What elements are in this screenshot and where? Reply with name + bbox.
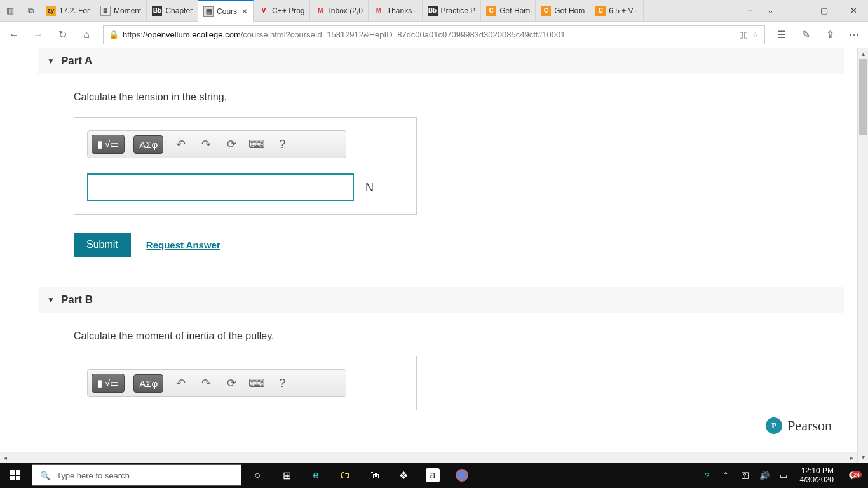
gmail-icon: M bbox=[315, 6, 325, 16]
part-a-header[interactable]: ▼ Part A bbox=[38, 48, 844, 74]
close-window-button[interactable]: ✕ bbox=[839, 0, 868, 22]
tab-3-active[interactable]: ▤Cours✕ bbox=[198, 0, 254, 22]
volume-icon[interactable]: 🔊 bbox=[757, 471, 772, 480]
help-button[interactable]: ? bbox=[274, 377, 290, 390]
refresh-button[interactable]: ↻ bbox=[51, 24, 74, 46]
start-button[interactable] bbox=[0, 463, 31, 488]
dropbox-icon[interactable]: ❖ bbox=[389, 463, 418, 488]
wifi-icon[interactable]: ⚿ bbox=[738, 471, 753, 480]
edge-icon[interactable]: e bbox=[301, 463, 330, 488]
symbols-button[interactable]: ΑΣφ bbox=[133, 374, 163, 393]
scroll-track[interactable] bbox=[858, 59, 868, 452]
horizontal-scrollbar[interactable]: ◂ ▸ bbox=[0, 452, 857, 463]
course-icon: ▤ bbox=[203, 6, 214, 17]
notes-icon[interactable]: ✎ bbox=[794, 24, 817, 46]
taskbar-clock[interactable]: 12:10 PM 4/30/2020 bbox=[795, 466, 839, 484]
file-explorer-icon[interactable]: 🗂 bbox=[330, 463, 360, 488]
fraction-icon: ▮ bbox=[97, 377, 102, 389]
tab-actions-icon[interactable]: ▥ bbox=[0, 0, 20, 22]
tab-scroll-button[interactable]: ⌄ bbox=[760, 0, 780, 22]
battery-icon[interactable]: ▭ bbox=[776, 471, 791, 480]
pearson-text: Pearson bbox=[787, 417, 832, 434]
scroll-up-icon[interactable]: ▴ bbox=[858, 48, 868, 59]
window-controls: ― ▢ ✕ bbox=[780, 0, 868, 22]
tab-label: 6 5 + V - bbox=[609, 6, 638, 15]
part-b-header[interactable]: ▼ Part B bbox=[38, 287, 844, 313]
part-a-answer-box: ▮√▭ ΑΣφ ↶ ↷ ⟳ ⌨ ? N bbox=[74, 117, 417, 215]
taskbar-apps: ○ ⊞ e 🗂 🛍 ❖ a bbox=[243, 463, 477, 488]
cortana-icon[interactable]: ○ bbox=[243, 463, 272, 488]
tab-label: C++ Prog bbox=[272, 6, 304, 15]
system-tray: ? ˄ ⚿ 🔊 ▭ 12:10 PM 4/30/2020 💬24 bbox=[700, 463, 868, 488]
tab-8[interactable]: CGet Hom bbox=[481, 0, 536, 22]
tab-9[interactable]: CGet Hom bbox=[536, 0, 590, 22]
help-button[interactable]: ? bbox=[274, 138, 290, 151]
amazon-icon[interactable]: a bbox=[426, 468, 440, 482]
share-icon[interactable]: ⇪ bbox=[818, 24, 841, 46]
url-text: https://openvellum.ecollege.com/course.h… bbox=[123, 30, 735, 39]
more-icon[interactable]: ⋯ bbox=[843, 24, 865, 46]
reset-button[interactable]: ⟳ bbox=[223, 137, 240, 151]
tab-label: Practice P bbox=[441, 6, 476, 15]
reset-button[interactable]: ⟳ bbox=[223, 376, 240, 390]
keyboard-button[interactable]: ⌨ bbox=[248, 137, 265, 151]
redo-button[interactable]: ↷ bbox=[198, 376, 214, 390]
firefox-icon[interactable] bbox=[447, 463, 477, 488]
tab-7[interactable]: BbPractice P bbox=[423, 0, 482, 22]
search-placeholder: Type here to search bbox=[57, 471, 130, 480]
scroll-htrack[interactable] bbox=[11, 452, 846, 463]
vertical-scrollbar[interactable]: ▴ ▾ bbox=[857, 48, 868, 463]
clock-date: 4/30/2020 bbox=[800, 475, 834, 484]
home-button[interactable]: ⌂ bbox=[75, 24, 98, 46]
scroll-left-icon[interactable]: ◂ bbox=[0, 452, 11, 463]
tab-0[interactable]: zy17.2. For bbox=[41, 0, 95, 22]
tab-6[interactable]: MThanks - bbox=[369, 0, 423, 22]
scroll-down-icon[interactable]: ▾ bbox=[858, 452, 868, 463]
store-icon[interactable]: 🛍 bbox=[360, 463, 389, 488]
new-tab-button[interactable]: ＋ bbox=[740, 0, 760, 22]
tab-label: Chapter bbox=[165, 6, 193, 15]
tab-1[interactable]: 🗎Moment bbox=[95, 0, 147, 22]
scroll-right-icon[interactable]: ▸ bbox=[846, 452, 857, 463]
undo-button[interactable]: ↶ bbox=[172, 137, 189, 151]
pearson-brand: P Pearson bbox=[766, 417, 832, 434]
back-button[interactable]: ← bbox=[3, 24, 25, 46]
fraction-icon: ▮ bbox=[97, 139, 102, 150]
taskbar-search[interactable]: 🔍 Type here to search bbox=[32, 464, 241, 486]
close-icon[interactable]: ✕ bbox=[241, 7, 248, 16]
blackboard-icon: Bb bbox=[152, 6, 162, 16]
tab-label: Moment bbox=[114, 6, 141, 15]
forward-button[interactable]: → bbox=[27, 24, 50, 46]
favorites-list-icon[interactable]: ☰ bbox=[770, 24, 793, 46]
undo-button[interactable]: ↶ bbox=[172, 376, 189, 390]
templates-button[interactable]: ▮√▭ bbox=[92, 135, 125, 154]
help-tray-icon[interactable]: ? bbox=[700, 471, 715, 480]
symbols-button[interactable]: ΑΣφ bbox=[133, 135, 163, 154]
task-view-icon[interactable]: ⊞ bbox=[272, 463, 301, 488]
tab-10[interactable]: C6 5 + V - bbox=[590, 0, 644, 22]
keyboard-button[interactable]: ⌨ bbox=[248, 376, 265, 390]
tab-label: 17.2. For bbox=[59, 6, 90, 15]
maximize-button[interactable]: ▢ bbox=[810, 0, 839, 22]
answer-input[interactable] bbox=[87, 173, 354, 201]
favorite-star-icon[interactable]: ☆ bbox=[752, 30, 759, 39]
submit-button[interactable]: Submit bbox=[74, 233, 131, 257]
address-bar[interactable]: 🔒 https://openvellum.ecollege.com/course… bbox=[103, 25, 765, 44]
request-answer-link[interactable]: Request Answer bbox=[146, 240, 220, 250]
part-b-title: Part B bbox=[61, 294, 93, 306]
redo-button[interactable]: ↷ bbox=[198, 137, 214, 151]
equation-toolbar: ▮√▭ ΑΣφ ↶ ↷ ⟳ ⌨ ? bbox=[87, 130, 346, 158]
tab-preview-icon[interactable]: ⧉ bbox=[20, 0, 41, 22]
templates-button[interactable]: ▮√▭ bbox=[92, 374, 125, 393]
minimize-button[interactable]: ― bbox=[780, 0, 810, 22]
chegg-icon: C bbox=[595, 6, 606, 16]
action-center-icon[interactable]: 💬24 bbox=[843, 471, 864, 480]
tab-2[interactable]: BbChapter bbox=[147, 0, 198, 22]
zybooks-icon: zy bbox=[46, 6, 56, 16]
scroll-thumb[interactable] bbox=[859, 59, 867, 135]
tab-5[interactable]: MInbox (2,0 bbox=[310, 0, 368, 22]
chevron-up-icon[interactable]: ˄ bbox=[719, 471, 734, 480]
reading-view-icon[interactable]: ▯▯ bbox=[739, 30, 748, 39]
tab-4[interactable]: VC++ Prog bbox=[254, 0, 310, 22]
url-path: /course.html?courseId=15812912&HepID=87d… bbox=[241, 30, 566, 39]
